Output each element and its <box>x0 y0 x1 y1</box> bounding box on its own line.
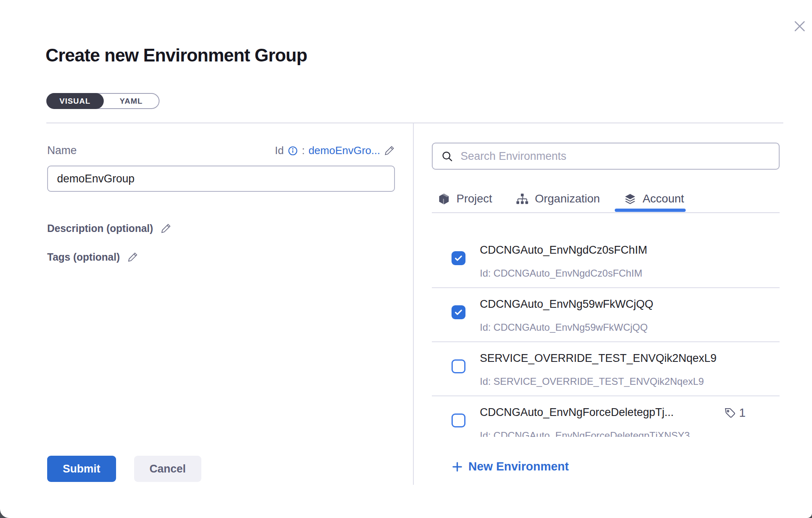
environment-id: Id: CDCNGAuto_EnvNg59wFkWCjQQ <box>480 322 648 333</box>
tab-project[interactable]: Project <box>437 184 493 210</box>
info-icon[interactable] <box>287 145 298 156</box>
id-colon: : <box>302 144 305 157</box>
edit-id-icon[interactable] <box>384 145 395 156</box>
tag-icon <box>724 407 736 419</box>
edit-description-icon[interactable] <box>160 223 171 234</box>
environment-row: CDCNGAuto_EnvNgForceDeletegpTj... 1 Id: … <box>432 396 780 437</box>
new-environment-label: New Environment <box>468 460 569 473</box>
description-row: Description (optional) <box>47 223 171 234</box>
id-value-link[interactable]: demoEnvGro... <box>308 144 380 157</box>
cube-icon <box>438 193 450 205</box>
tag-count-badge: 1 <box>724 406 746 420</box>
environment-row: CDCNGAuto_EnvNgdCz0sFChIM Id: CDCNGAuto_… <box>432 234 780 288</box>
environment-row: CDCNGAuto_EnvNg59wFkWCjQQ Id: CDCNGAuto_… <box>432 288 780 342</box>
tags-row: Tags (optional) <box>47 251 138 263</box>
environment-name: CDCNGAuto_EnvNg59wFkWCjQQ <box>480 298 653 311</box>
search-icon <box>441 150 454 163</box>
layers-icon <box>624 193 636 205</box>
edit-tags-icon[interactable] <box>127 252 138 263</box>
environment-list: CDCNGAuto_EnvNgdCz0sFChIM Id: CDCNGAuto_… <box>432 214 780 437</box>
toggle-visual[interactable]: VISUAL <box>46 93 104 109</box>
scope-tabs: Project Organization <box>432 184 780 213</box>
tag-count: 1 <box>739 406 746 420</box>
visual-yaml-toggle: VISUAL YAML <box>46 93 160 109</box>
panel-divider <box>413 123 414 485</box>
name-id-row: Name Id : demoEnvGro... <box>47 144 395 157</box>
new-environment-button[interactable]: New Environment <box>451 460 569 473</box>
close-icon[interactable] <box>790 16 810 36</box>
environment-id: Id: CDCNGAuto_EnvNgdCz0sFChIM <box>480 268 642 279</box>
tab-organization-label: Organization <box>535 192 600 205</box>
name-input[interactable] <box>47 166 395 192</box>
environment-checkbox[interactable] <box>452 359 465 373</box>
tab-organization[interactable]: Organization <box>515 184 601 210</box>
header-divider <box>46 123 783 123</box>
plus-icon <box>451 461 463 473</box>
tab-account-label: Account <box>643 192 684 205</box>
id-label: Id <box>275 144 284 157</box>
create-environment-group-modal: Create new Environment Group VISUAL YAML… <box>0 0 812 518</box>
id-group: Id : demoEnvGro... <box>275 144 395 157</box>
environment-id: Id: CDCNGAuto_EnvNgForceDeletegpTjXNSY3 <box>480 430 690 437</box>
environment-name: CDCNGAuto_EnvNgdCz0sFChIM <box>480 244 647 257</box>
org-hierarchy-icon <box>516 193 529 205</box>
name-label: Name <box>47 144 77 157</box>
environment-checkbox[interactable] <box>452 251 465 265</box>
environment-id: Id: SERVICE_OVERRIDE_TEST_ENVQik2NqexL9 <box>480 376 704 387</box>
tags-label: Tags (optional) <box>47 251 120 263</box>
tab-project-label: Project <box>456 192 492 205</box>
environment-name: CDCNGAuto_EnvNgForceDeletegpTj... <box>480 406 674 419</box>
page-title: Create new Environment Group <box>46 45 307 66</box>
environment-checkbox[interactable] <box>452 413 465 427</box>
description-label: Description (optional) <box>47 223 153 234</box>
environment-name: SERVICE_OVERRIDE_TEST_ENVQik2NqexL9 <box>480 352 716 365</box>
environment-checkbox[interactable] <box>452 305 465 319</box>
search-input[interactable] <box>461 143 771 169</box>
toggle-yaml[interactable]: YAML <box>104 94 159 108</box>
submit-button[interactable]: Submit <box>47 456 116 482</box>
form-actions: Submit Cancel <box>47 456 201 482</box>
cancel-button[interactable]: Cancel <box>134 456 202 482</box>
environment-row: SERVICE_OVERRIDE_TEST_ENVQik2NqexL9 Id: … <box>432 342 780 396</box>
tab-account[interactable]: Account <box>623 184 685 210</box>
environment-search-box <box>432 143 780 170</box>
